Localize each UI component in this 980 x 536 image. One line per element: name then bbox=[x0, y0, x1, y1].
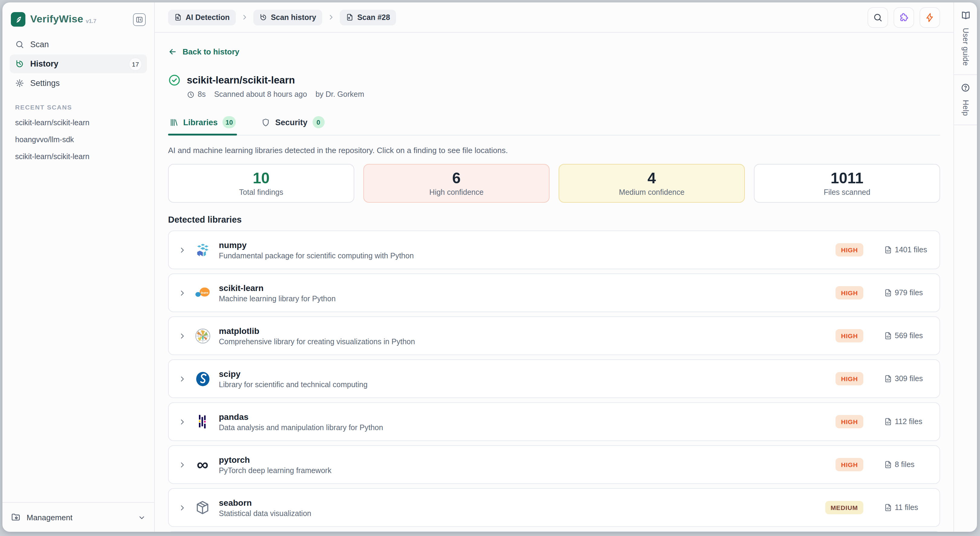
back-to-history-link[interactable]: Back to history bbox=[168, 47, 239, 56]
library-description: PyTorch deep learning framework bbox=[219, 466, 331, 475]
verifywise-logo-icon bbox=[11, 12, 25, 27]
management-label: Management bbox=[27, 513, 73, 522]
library-row[interactable]: learn ∞ scikit-learn Machine learning li… bbox=[168, 273, 940, 312]
confidence-badge: HIGH bbox=[835, 372, 863, 385]
integrations-puzzle-button[interactable] bbox=[894, 7, 914, 27]
library-row-meta: HIGH 979 files bbox=[835, 286, 930, 300]
library-row-meta: MEDIUM 11 files bbox=[825, 501, 930, 514]
book-icon bbox=[960, 10, 970, 21]
library-logo-icon: learn ∞ bbox=[194, 327, 211, 344]
sidebar-item-history[interactable]: History 17 bbox=[10, 54, 147, 73]
library-row[interactable]: learn ∞ matplotlib Comprehensive library… bbox=[168, 316, 940, 355]
chevron-right-icon[interactable] bbox=[178, 332, 186, 340]
library-row-meta: HIGH 1401 files bbox=[835, 243, 930, 257]
stat-card[interactable]: 6 High confidence bbox=[363, 164, 550, 203]
sidebar-item-scan[interactable]: Scan bbox=[10, 35, 147, 54]
stat-label: High confidence bbox=[429, 188, 484, 196]
library-row[interactable]: learn ∞ seaborn Statistical data visuali… bbox=[168, 488, 940, 527]
success-check-icon bbox=[168, 74, 181, 86]
chevron-right-icon[interactable] bbox=[178, 418, 186, 426]
clock-icon bbox=[187, 91, 195, 98]
stat-card[interactable]: 4 Medium confidence bbox=[558, 164, 745, 203]
chevron-right-icon[interactable] bbox=[178, 246, 186, 254]
library-name: matplotlib bbox=[219, 326, 415, 335]
library-logo-icon: learn ∞ bbox=[194, 456, 211, 473]
breadcrumb-item[interactable]: Scan #28 bbox=[340, 10, 396, 25]
chevron-right-icon[interactable] bbox=[178, 504, 186, 512]
file-code-icon bbox=[884, 503, 892, 512]
tab-bar: Libraries 10 Security 0 bbox=[168, 116, 940, 136]
library-description: Machine learning library for Python bbox=[219, 294, 336, 303]
library-row[interactable]: learn ∞ scipy Library for scientific and… bbox=[168, 359, 940, 398]
chevron-right-icon bbox=[241, 14, 248, 21]
sidebar-item-label: Settings bbox=[30, 79, 60, 88]
app-window: VerifyWise v1.7 Scan History 17 Settings… bbox=[2, 2, 977, 532]
management-menu[interactable]: Management bbox=[11, 509, 146, 526]
top-actions bbox=[867, 7, 940, 27]
library-row[interactable]: learn ∞ pytorch PyTorch deep learning fr… bbox=[168, 445, 940, 484]
stat-card[interactable]: 10 Total findings bbox=[168, 164, 354, 203]
library-row[interactable]: learn ∞ numpy Fundamental package for sc… bbox=[168, 230, 940, 269]
gear-icon bbox=[15, 79, 24, 88]
tab-libraries[interactable]: Libraries 10 bbox=[168, 116, 237, 135]
sidebar-collapse-button[interactable] bbox=[133, 13, 146, 26]
scan-timestamp: Scanned about 8 hours ago bbox=[214, 90, 307, 99]
sidebar: VerifyWise v1.7 Scan History 17 Settings… bbox=[2, 2, 155, 532]
tab-description: AI and machine learning libraries detect… bbox=[168, 146, 940, 155]
confidence-badge: HIGH bbox=[835, 415, 863, 428]
chevron-right-icon[interactable] bbox=[178, 289, 186, 297]
breadcrumb-item[interactable]: AI Detection bbox=[168, 10, 236, 25]
recent-scan-item[interactable]: hoangvvo/llm-sdk bbox=[10, 131, 147, 148]
confidence-badge: HIGH bbox=[835, 286, 863, 300]
folder-gear-icon bbox=[11, 512, 21, 522]
app-version: v1.7 bbox=[86, 18, 96, 24]
page-content: Back to history scikit-learn/scikit-lear… bbox=[155, 33, 953, 532]
quick-scan-bolt-button[interactable] bbox=[920, 7, 940, 27]
sidebar-footer: Management bbox=[2, 502, 154, 532]
detected-libraries-heading: Detected libraries bbox=[168, 215, 940, 225]
chevron-down-icon bbox=[138, 513, 146, 521]
stat-card[interactable]: 1011 Files scanned bbox=[754, 164, 940, 203]
library-row-meta: HIGH 309 files bbox=[835, 372, 930, 385]
breadcrumb-item[interactable]: Scan history bbox=[253, 10, 322, 25]
library-row-meta: HIGH 569 files bbox=[835, 329, 930, 342]
recent-scans-list: scikit-learn/scikit-learn hoangvvo/llm-s… bbox=[10, 114, 147, 165]
stat-label: Total findings bbox=[239, 188, 283, 196]
library-row[interactable]: learn ∞ pandas Data analysis and manipul… bbox=[168, 402, 940, 441]
file-code-icon bbox=[884, 246, 892, 254]
library-logo-icon: learn ∞ bbox=[194, 284, 211, 301]
scan-header: scikit-learn/scikit-learn 8s Scanned abo… bbox=[168, 74, 940, 99]
library-text: pytorch PyTorch deep learning framework bbox=[219, 455, 331, 475]
breadcrumb-label: AI Detection bbox=[186, 13, 230, 21]
logo-row: VerifyWise v1.7 bbox=[10, 10, 147, 35]
sidebar-item-settings[interactable]: Settings bbox=[10, 74, 147, 93]
library-row-meta: HIGH 112 files bbox=[835, 415, 930, 428]
security-count-badge: 0 bbox=[312, 116, 325, 128]
file-code-icon bbox=[884, 418, 892, 426]
libraries-count-badge: 10 bbox=[223, 116, 236, 128]
library-text: scikit-learn Machine learning library fo… bbox=[219, 283, 336, 303]
scan-repo-title: scikit-learn/scikit-learn bbox=[187, 74, 295, 86]
history-icon bbox=[15, 59, 24, 69]
breadcrumb-label: Scan history bbox=[271, 13, 316, 21]
library-row-partial bbox=[168, 531, 940, 532]
library-text: numpy Fundamental package for scientific… bbox=[219, 240, 414, 260]
library-name: scipy bbox=[219, 369, 368, 378]
chevron-right-icon[interactable] bbox=[178, 461, 186, 469]
tab-security[interactable]: Security 0 bbox=[260, 116, 326, 135]
right-rail: User guide Help bbox=[953, 2, 977, 532]
files-count: 8 files bbox=[884, 460, 930, 469]
shield-icon bbox=[261, 118, 270, 127]
scan-author: by Dr. Gorkem bbox=[316, 90, 364, 99]
help-icon bbox=[961, 83, 970, 93]
recent-scan-item[interactable]: scikit-learn/scikit-learn bbox=[10, 114, 147, 131]
search-button[interactable] bbox=[867, 7, 888, 27]
history-count-badge: 17 bbox=[129, 58, 142, 70]
chevron-right-icon[interactable] bbox=[178, 375, 186, 383]
scan-duration: 8s bbox=[198, 90, 205, 99]
file-code-icon bbox=[884, 289, 892, 297]
breadcrumb-label: Scan #28 bbox=[357, 13, 390, 21]
recent-scan-item[interactable]: scikit-learn/scikit-learn bbox=[10, 148, 147, 165]
help-tab[interactable]: Help bbox=[954, 75, 977, 125]
user-guide-tab[interactable]: User guide bbox=[954, 2, 977, 75]
